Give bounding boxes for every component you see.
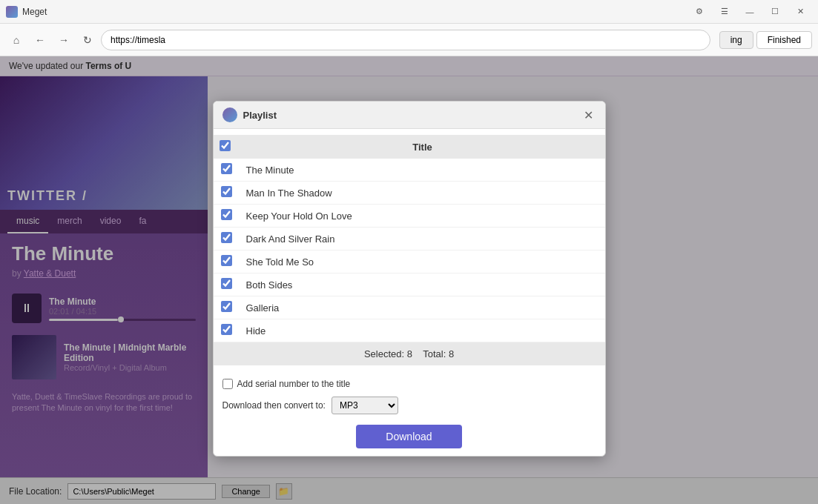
playlist-status: Selected: 8 Total: 8: [214, 342, 605, 365]
row-checkbox-cell: [214, 205, 240, 228]
dialog-logo-icon: [222, 107, 237, 122]
title-bar: Meget ⚙ ☰ — ☐ ✕: [0, 0, 818, 24]
window-controls: ⚙ ☰ — ☐ ✕: [687, 4, 812, 19]
home-button[interactable]: ⌂: [6, 30, 27, 50]
playlist-row: Hide: [214, 319, 605, 342]
header-title-col: Title: [240, 135, 605, 159]
select-all-checkbox[interactable]: [220, 140, 231, 151]
download-button[interactable]: Download: [356, 425, 461, 448]
row-title: The Minute: [240, 159, 605, 182]
row-checkbox-cell: [214, 182, 240, 205]
row-checkbox[interactable]: [221, 209, 232, 220]
total-count: 8: [449, 348, 454, 359]
minimize-button[interactable]: —: [738, 4, 762, 19]
app-icon: [6, 6, 18, 18]
total-label: Total:: [423, 348, 446, 359]
settings-button[interactable]: ⚙: [687, 4, 711, 19]
playlist-row: Man In The Shadow: [214, 182, 605, 205]
row-checkbox-cell: [214, 273, 240, 296]
row-checkbox-cell: [214, 296, 240, 319]
tab-ing[interactable]: ing: [719, 31, 753, 49]
convert-row: Download then convert to: MP3 MP4 AAC FL…: [222, 397, 596, 414]
maximize-button[interactable]: ☐: [763, 4, 787, 19]
serial-label: Add serial number to the title: [237, 379, 351, 389]
playlist-row: Galleria: [214, 296, 605, 319]
tab-finished[interactable]: Finished: [756, 31, 812, 49]
playlist-table: Title The Minute Man In The Shadow Keep …: [214, 135, 605, 342]
row-title: Both Sides: [240, 273, 605, 296]
back-button[interactable]: ←: [30, 30, 50, 50]
download-btn-row: Download: [222, 425, 596, 448]
dialog-title: Playlist: [243, 110, 575, 121]
row-checkbox-cell: [214, 228, 240, 251]
row-checkbox[interactable]: [221, 255, 232, 266]
row-checkbox[interactable]: [221, 232, 232, 243]
forward-button[interactable]: →: [53, 30, 74, 50]
row-title: Dark And Silver Rain: [240, 228, 605, 251]
refresh-button[interactable]: ↻: [77, 30, 98, 50]
row-checkbox[interactable]: [221, 301, 232, 312]
convert-label: Download then convert to:: [222, 400, 326, 411]
dialog-body: Title The Minute Man In The Shadow Keep …: [214, 129, 605, 371]
dialog-header: Playlist ✕: [214, 102, 605, 129]
row-checkbox[interactable]: [221, 324, 232, 335]
window-title: Meget: [22, 7, 687, 17]
serial-row: Add serial number to the title: [222, 379, 596, 389]
header-checkbox-cell: [214, 135, 240, 159]
playlist-body: The Minute Man In The Shadow Keep Your H…: [214, 159, 605, 342]
row-title: Hide: [240, 319, 605, 342]
menu-button[interactable]: ☰: [713, 4, 736, 19]
convert-select[interactable]: MP3 MP4 AAC FLAC WAV: [332, 397, 398, 414]
playlist-header: Title: [214, 135, 605, 159]
playlist-row: Dark And Silver Rain: [214, 228, 605, 251]
playlist-dialog: Playlist ✕ Title: [213, 101, 606, 457]
main-area: We've updated our Terms of U TWITTER / m…: [0, 56, 818, 504]
row-checkbox-cell: [214, 251, 240, 273]
row-checkbox-cell: [214, 319, 240, 342]
browser-content: We've updated our Terms of U TWITTER / m…: [0, 56, 818, 504]
row-checkbox-cell: [214, 159, 240, 182]
close-button[interactable]: ✕: [788, 4, 812, 19]
download-tabs: ing Finished: [719, 31, 812, 49]
url-bar[interactable]: [101, 30, 710, 50]
row-checkbox[interactable]: [221, 278, 232, 289]
dialog-close-button[interactable]: ✕: [581, 107, 596, 122]
browser-toolbar: ⌂ ← → ↻ ing Finished: [0, 24, 818, 56]
playlist-row: Keep Your Hold On Love: [214, 205, 605, 228]
row-title: Man In The Shadow: [240, 182, 605, 205]
row-title: Keep Your Hold On Love: [240, 205, 605, 228]
overlay: Playlist ✕ Title: [0, 56, 818, 504]
playlist-row: Both Sides: [214, 273, 605, 296]
playlist-row: She Told Me So: [214, 251, 605, 273]
serial-number-checkbox[interactable]: [222, 379, 233, 389]
selected-label: Selected:: [364, 348, 404, 359]
selected-count: 8: [407, 348, 412, 359]
row-title: Galleria: [240, 296, 605, 319]
row-title: She Told Me So: [240, 251, 605, 273]
playlist-row: The Minute: [214, 159, 605, 182]
dialog-footer: Add serial number to the title Download …: [214, 371, 605, 456]
row-checkbox[interactable]: [221, 163, 232, 174]
row-checkbox[interactable]: [221, 186, 232, 197]
